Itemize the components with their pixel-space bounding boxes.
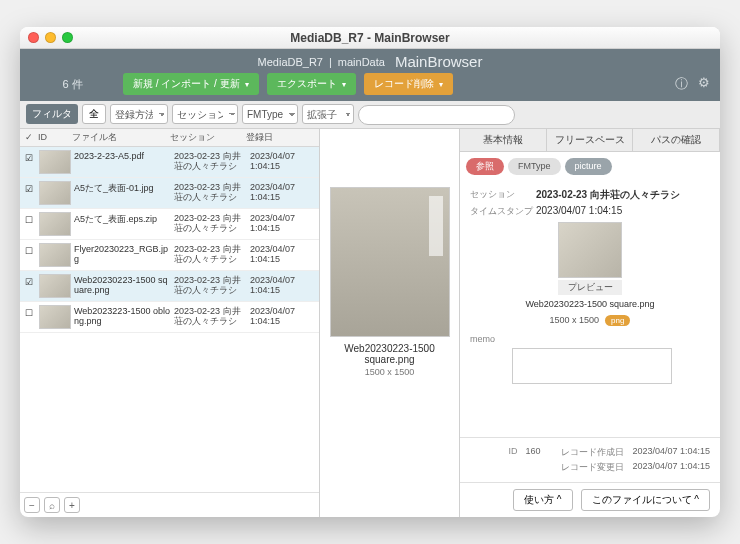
record-id: 160	[525, 446, 540, 459]
row-thumbnail	[39, 150, 71, 174]
info-icon[interactable]: ⓘ	[675, 75, 688, 93]
row-thumbnail	[39, 181, 71, 205]
tab-basic[interactable]: 基本情報	[460, 129, 547, 151]
zoom-out-icon[interactable]: −	[24, 497, 40, 513]
file-list-panel: ✓ ID ファイル名 セッション 登録日 ☑ 2023-2-23-A5.pdf …	[20, 129, 320, 518]
preview-filename: Web20230223-1500 square.png	[328, 343, 451, 365]
header: MediaDB_R7 | mainData MainBrowser 6 件 新規…	[20, 49, 720, 101]
detail-filename: Web20230223-1500 square.png	[470, 299, 710, 309]
tab-freespace[interactable]: フリースペース	[547, 129, 634, 151]
row-session: 2023-02-23 向井荘の人々チラシ	[172, 242, 248, 268]
app-window: MediaDB_R7 - MainBrowser MediaDB_R7 | ma…	[20, 27, 720, 517]
detail-panel: 基本情報 フリースペース パスの確認 参照 FMType picture セッシ…	[460, 129, 720, 518]
row-checkbox[interactable]: ☑	[20, 180, 38, 194]
row-filename: Web20230223-1500 square.png	[72, 273, 172, 297]
row-thumbnail	[39, 243, 71, 267]
row-filename: A5たて_表面-01.jpg	[72, 180, 172, 197]
session-select[interactable]: セッション	[172, 104, 238, 124]
export-button[interactable]: エクスポート	[267, 73, 356, 95]
filter-all-button[interactable]: 全	[82, 104, 106, 124]
row-thumbnail	[39, 274, 71, 298]
preview-dimensions: 1500 x 1500	[365, 367, 415, 377]
row-filename: 2023-2-23-A5.pdf	[72, 149, 172, 163]
table-row[interactable]: ☐ Web2023223-1500 oblong.png 2023-02-23 …	[20, 302, 319, 333]
row-checkbox[interactable]: ☐	[20, 211, 38, 225]
table-row[interactable]: ☑ 2023-2-23-A5.pdf 2023-02-23 向井荘の人々チラシ …	[20, 147, 319, 178]
table-row[interactable]: ☑ Web20230223-1500 square.png 2023-02-23…	[20, 271, 319, 302]
row-checkbox[interactable]: ☐	[20, 304, 38, 318]
row-date: 2023/04/07 1:04:15	[248, 180, 306, 206]
ext-badge: png	[605, 315, 630, 326]
reg-method-select[interactable]: 登録方法	[110, 104, 168, 124]
howto-button[interactable]: 使い方 ^	[513, 489, 572, 511]
gear-icon[interactable]: ⚙	[698, 75, 710, 93]
detail-dimensions: 1500 x 1500	[550, 315, 600, 325]
row-thumbnail	[39, 212, 71, 236]
row-thumbnail	[39, 305, 71, 329]
filter-toolbar: フィルタ 全 登録方法 セッション FMType 拡張子	[20, 101, 720, 129]
window-title: MediaDB_R7 - MainBrowser	[20, 31, 720, 45]
row-session: 2023-02-23 向井荘の人々チラシ	[172, 304, 248, 330]
new-import-update-button[interactable]: 新規 / インポート / 更新	[123, 73, 259, 95]
detail-session: 2023-02-23 向井荘の人々チラシ	[536, 188, 680, 202]
zoom-in-icon[interactable]: +	[64, 497, 80, 513]
fmtype-select[interactable]: FMType	[242, 104, 298, 124]
row-filename: Flyer20230223_RGB.jpg	[72, 242, 172, 266]
row-session: 2023-02-23 向井荘の人々チラシ	[172, 273, 248, 299]
row-session: 2023-02-23 向井荘の人々チラシ	[172, 180, 248, 206]
about-file-button[interactable]: このファイルについて ^	[581, 489, 710, 511]
db-name: MediaDB_R7	[258, 56, 323, 68]
preview-panel: Web20230223-1500 square.png 1500 x 1500	[320, 129, 460, 518]
app-brand: MainBrowser	[395, 53, 483, 70]
table-row[interactable]: ☑ A5たて_表面-01.jpg 2023-02-23 向井荘の人々チラシ 20…	[20, 178, 319, 209]
search-input[interactable]	[358, 105, 515, 125]
subtab-ref[interactable]: 参照	[466, 158, 504, 175]
created-date: 2023/04/07 1:04:15	[632, 446, 710, 459]
row-date: 2023/04/07 1:04:15	[248, 211, 306, 237]
titlebar: MediaDB_R7 - MainBrowser	[20, 27, 720, 49]
table-name: mainData	[338, 56, 385, 68]
row-date: 2023/04/07 1:04:15	[248, 273, 306, 299]
ext-select[interactable]: 拡張子	[302, 104, 354, 124]
detail-thumbnail	[558, 222, 622, 278]
filter-label[interactable]: フィルタ	[26, 104, 78, 124]
row-date: 2023/04/07 1:04:15	[248, 304, 306, 330]
row-checkbox[interactable]: ☐	[20, 242, 38, 256]
row-checkbox[interactable]: ☑	[20, 149, 38, 163]
row-checkbox[interactable]: ☑	[20, 273, 38, 287]
row-session: 2023-02-23 向井荘の人々チラシ	[172, 211, 248, 237]
modified-date: 2023/04/07 1:04:15	[632, 461, 710, 474]
detail-timestamp: 2023/04/07 1:04:15	[536, 205, 622, 218]
table-header: ✓ ID ファイル名 セッション 登録日	[20, 129, 319, 147]
tab-path[interactable]: パスの確認	[633, 129, 720, 151]
record-count: 6 件	[30, 77, 115, 92]
preview-caption: プレビュー	[558, 280, 622, 295]
row-date: 2023/04/07 1:04:15	[248, 149, 306, 175]
table-row[interactable]: ☐ Flyer20230223_RGB.jpg 2023-02-23 向井荘の人…	[20, 240, 319, 271]
delete-record-button[interactable]: レコード削除	[364, 73, 453, 95]
preview-image	[330, 187, 450, 337]
subtab-fmtype[interactable]: FMType	[508, 158, 561, 175]
zoom-reset-icon[interactable]: ⌕	[44, 497, 60, 513]
memo-field[interactable]	[512, 348, 672, 384]
table-body: ☑ 2023-2-23-A5.pdf 2023-02-23 向井荘の人々チラシ …	[20, 147, 319, 493]
row-date: 2023/04/07 1:04:15	[248, 242, 306, 268]
row-filename: A5たて_表面.eps.zip	[72, 211, 172, 228]
subtab-picture[interactable]: picture	[565, 158, 612, 175]
row-session: 2023-02-23 向井荘の人々チラシ	[172, 149, 248, 175]
table-row[interactable]: ☐ A5たて_表面.eps.zip 2023-02-23 向井荘の人々チラシ 2…	[20, 209, 319, 240]
row-filename: Web2023223-1500 oblong.png	[72, 304, 172, 328]
